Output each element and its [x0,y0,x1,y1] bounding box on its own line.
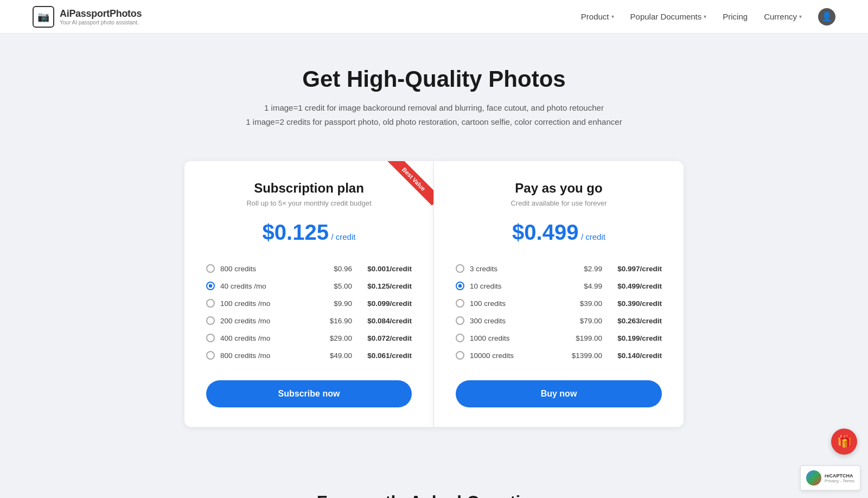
payg-title: Pay as you go [456,181,662,196]
option-label: 800 credits [220,265,317,273]
radio-icon[interactable] [206,282,215,290]
payg-price: $0.499 [512,220,578,244]
option-label: 300 credits [470,317,567,325]
logo-title: AiPassportPhotos [60,8,142,20]
payg-option-5[interactable]: 10000 credits $1399.00 $0.140/credit [456,347,662,364]
navbar: 📷 AiPassportPhotos Your AI passport phot… [0,0,868,34]
subscription-option-4[interactable]: 400 credits /mo $29.00 $0.072/credit [206,329,412,347]
radio-icon[interactable] [456,334,464,342]
option-per-credit: $0.263/credit [602,317,662,325]
option-per-credit: $0.061/credit [352,352,412,360]
logo[interactable]: 📷 AiPassportPhotos Your AI passport phot… [33,6,581,28]
recaptcha-logo-icon [806,470,821,486]
radio-icon[interactable] [456,299,464,308]
radio-icon[interactable] [206,316,215,325]
option-label: 3 credits [470,265,567,273]
recaptcha-badge: reCAPTCHA Privacy - Terms [800,465,860,490]
payg-option-1[interactable]: 10 credits $4.99 $0.499/credit [456,277,662,295]
option-label: 1000 credits [470,334,567,342]
logo-subtitle: Your AI passport photo assistant. [60,20,142,25]
subscription-option-2[interactable]: 100 credits /mo $9.90 $0.099/credit [206,295,412,312]
payg-subtitle: Credit available for use forever [456,199,662,207]
option-price: $5.00 [317,282,352,290]
option-per-credit: $0.499/credit [602,282,662,290]
option-label: 200 credits /mo [220,317,317,325]
subscription-options: 800 credits $0.96 $0.001/credit 40 credi… [206,260,412,364]
option-price: $49.00 [317,352,352,360]
payg-option-4[interactable]: 1000 credits $199.00 $0.199/credit [456,329,662,347]
radio-icon[interactable] [456,316,464,325]
subscription-option-0[interactable]: 800 credits $0.96 $0.001/credit [206,260,412,277]
subscription-option-5[interactable]: 800 credits /mo $49.00 $0.061/credit [206,347,412,364]
subscription-price-display: $0.125 / credit [206,220,412,245]
buy-now-button[interactable]: Buy now [456,380,662,407]
nav-product[interactable]: Product ▾ [581,12,614,21]
option-price: $29.00 [317,334,352,342]
pricing-section: Subscription plan Roll up to 5× your mon… [0,150,868,459]
option-price: $199.00 [567,334,602,342]
option-price: $2.99 [567,265,602,273]
option-price: $4.99 [567,282,602,290]
option-label: 40 credits /mo [220,282,317,290]
radio-icon[interactable] [206,334,215,342]
chevron-down-icon: ▾ [704,14,706,20]
subscription-subtitle: Roll up to 5× your monthly credit budget [206,199,412,207]
nav-currency[interactable]: Currency ▾ [764,12,802,21]
payg-option-0[interactable]: 3 credits $2.99 $0.997/credit [456,260,662,277]
faq-title: Frequently Asked Questions [108,492,760,498]
payg-card: Pay as you go Credit available for use f… [434,161,684,427]
nav-links: Product ▾ Popular Documents ▾ Pricing Cu… [581,8,835,25]
payg-price-unit: / credit [581,232,605,241]
radio-icon[interactable] [206,299,215,308]
option-per-credit: $0.001/credit [352,265,412,273]
option-per-credit: $0.125/credit [352,282,412,290]
payg-option-2[interactable]: 100 credits $39.00 $0.390/credit [456,295,662,312]
hero-heading: Get High-Quality Photos [11,66,857,92]
subscription-title: Subscription plan [206,181,412,196]
option-label: 100 credits [470,299,567,308]
floating-gift-button[interactable]: 🎁 [831,429,857,455]
option-per-credit: $0.140/credit [602,352,662,360]
option-per-credit: $0.997/credit [602,265,662,273]
option-per-credit: $0.199/credit [602,334,662,342]
option-price: $9.90 [317,299,352,308]
payg-options: 3 credits $2.99 $0.997/credit 10 credits… [456,260,662,364]
nav-popular-docs[interactable]: Popular Documents ▾ [630,12,707,21]
option-label: 10000 credits [470,352,567,360]
option-price: $39.00 [567,299,602,308]
option-per-credit: $0.390/credit [602,299,662,308]
radio-icon[interactable] [456,264,464,273]
option-label: 800 credits /mo [220,352,317,360]
subscription-price-unit: / credit [331,232,355,241]
subscription-option-3[interactable]: 200 credits /mo $16.90 $0.084/credit [206,312,412,329]
subscription-card: Subscription plan Roll up to 5× your mon… [184,161,434,427]
subscribe-now-button[interactable]: Subscribe now [206,380,412,407]
payg-option-3[interactable]: 300 credits $79.00 $0.263/credit [456,312,662,329]
faq-section: Frequently Asked Questions What kind of … [0,459,868,498]
option-label: 400 credits /mo [220,334,317,342]
hero-line1: 1 image=1 credit for image backoround re… [11,101,857,115]
chevron-down-icon: ▾ [611,14,614,20]
logo-icon: 📷 [33,6,54,28]
nav-pricing[interactable]: Pricing [723,12,748,21]
radio-icon[interactable] [206,351,215,360]
option-price: $1399.00 [567,352,602,360]
subscription-option-1[interactable]: 40 credits /mo $5.00 $0.125/credit [206,277,412,295]
chevron-down-icon: ▾ [799,14,802,20]
option-label: 10 credits [470,282,567,290]
user-avatar-icon[interactable]: 👤 [818,8,835,25]
option-per-credit: $0.084/credit [352,317,412,325]
radio-icon[interactable] [456,282,464,290]
option-label: 100 credits /mo [220,299,317,308]
hero-line2: 1 image=2 credits for passport photo, ol… [11,115,857,129]
option-per-credit: $0.072/credit [352,334,412,342]
payg-price-display: $0.499 / credit [456,220,662,245]
radio-icon[interactable] [456,351,464,360]
best-value-ribbon [385,161,433,210]
option-per-credit: $0.099/credit [352,299,412,308]
option-price: $79.00 [567,317,602,325]
logo-text: AiPassportPhotos Your AI passport photo … [60,8,142,25]
hero-section: Get High-Quality Photos 1 image=1 credit… [0,34,868,150]
radio-icon[interactable] [206,264,215,273]
option-price: $0.96 [317,265,352,273]
